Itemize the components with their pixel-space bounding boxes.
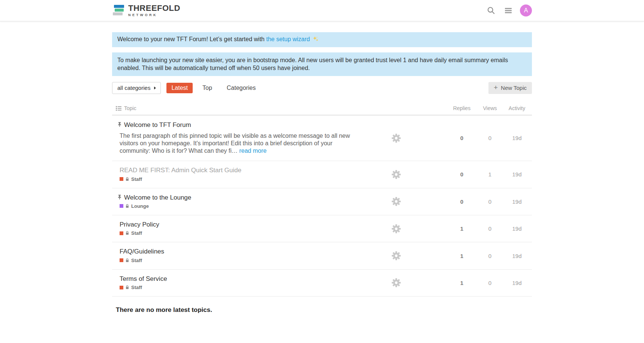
- table-row: Welcome to TFT Forum The first paragraph…: [112, 116, 532, 161]
- welcome-banner: Welcome to your new TFT Forum! Let’s get…: [112, 32, 532, 47]
- category-badge[interactable]: Staff: [120, 258, 376, 263]
- new-topic-label: New Topic: [501, 85, 527, 91]
- column-header-activity[interactable]: Activity: [502, 105, 532, 111]
- category-filter-dropdown[interactable]: all categories: [112, 82, 161, 94]
- gear-icon[interactable]: [380, 196, 412, 207]
- category-badge[interactable]: Lounge: [120, 203, 376, 209]
- threefold-logo-icon: [112, 5, 125, 16]
- setup-wizard-link[interactable]: the setup wizard: [266, 36, 310, 42]
- gear-icon[interactable]: [380, 277, 412, 288]
- topic-title[interactable]: Privacy Policy: [120, 221, 159, 228]
- category-badge[interactable]: Staff: [120, 230, 376, 236]
- list-controls: all categories Latest Top Categories + N…: [112, 82, 532, 94]
- category-name: Staff: [131, 285, 142, 290]
- new-topic-button[interactable]: + New Topic: [488, 82, 532, 94]
- topic-list: Topic Replies Views Activity Welcome to …: [112, 102, 532, 297]
- column-header-views[interactable]: Views: [478, 105, 502, 111]
- lock-icon: [125, 177, 129, 181]
- site-header: THREEFOLD NETWORK A: [0, 0, 644, 21]
- category-name: Staff: [131, 176, 142, 182]
- plus-icon: +: [494, 84, 498, 91]
- hamburger-menu-icon[interactable]: [503, 5, 514, 16]
- user-avatar[interactable]: A: [520, 4, 532, 16]
- category-name: Staff: [131, 230, 142, 236]
- category-badge[interactable]: Staff: [120, 285, 376, 290]
- table-row: Welcome to the Lounge Lounge: [112, 188, 532, 215]
- sparkles-icon: [313, 36, 319, 44]
- gear-icon[interactable]: [380, 169, 412, 180]
- lock-icon: [125, 231, 129, 235]
- list-icon: [116, 106, 121, 111]
- brand-name: THREEFOLD: [128, 4, 180, 12]
- category-filter-label: all categories: [117, 85, 150, 91]
- topic-title[interactable]: Welcome to the Lounge: [124, 194, 191, 201]
- activity-age[interactable]: 19d: [502, 225, 532, 232]
- tab-top[interactable]: Top: [198, 83, 217, 93]
- site-logo[interactable]: THREEFOLD NETWORK: [112, 4, 180, 17]
- search-icon[interactable]: [485, 5, 497, 16]
- tab-latest[interactable]: Latest: [166, 83, 193, 93]
- table-row: Privacy Policy Staff: [112, 215, 532, 242]
- gear-icon[interactable]: [380, 224, 412, 234]
- lock-icon: [125, 204, 129, 208]
- column-header-topic[interactable]: Topic: [124, 105, 136, 111]
- views-count: 0: [478, 225, 502, 232]
- replies-count[interactable]: 1: [446, 280, 478, 286]
- category-badge[interactable]: Staff: [120, 176, 376, 182]
- pin-icon[interactable]: [117, 194, 122, 201]
- category-color-square: [120, 231, 123, 235]
- read-more-link[interactable]: read more: [239, 148, 267, 154]
- pin-icon[interactable]: [117, 122, 122, 128]
- views-count: 0: [478, 135, 502, 141]
- gear-icon[interactable]: [380, 133, 412, 143]
- activity-age[interactable]: 19d: [502, 253, 532, 259]
- topic-title[interactable]: Welcome to TFT Forum: [124, 121, 191, 129]
- category-color-square: [120, 177, 123, 181]
- welcome-banner-text: Welcome to your new TFT Forum! Let’s get…: [117, 36, 265, 42]
- lock-icon: [125, 285, 129, 289]
- no-more-topics-message: There are no more latest topics.: [112, 306, 532, 314]
- column-header-replies[interactable]: Replies: [446, 105, 478, 111]
- gear-icon[interactable]: [380, 251, 412, 261]
- replies-count[interactable]: 1: [446, 253, 478, 259]
- views-count: 1: [478, 171, 502, 177]
- bootstrap-banner-text: To make launching your new site easier, …: [117, 57, 508, 72]
- tab-categories[interactable]: Categories: [222, 83, 261, 93]
- replies-count[interactable]: 1: [446, 225, 478, 232]
- category-color-square: [120, 258, 123, 262]
- topic-title[interactable]: FAQ/Guidelines: [120, 248, 164, 255]
- main-content: Welcome to your new TFT Forum! Let’s get…: [112, 21, 532, 314]
- views-count: 0: [478, 198, 502, 205]
- views-count: 0: [478, 280, 502, 286]
- category-name: Lounge: [131, 203, 149, 209]
- activity-age[interactable]: 19d: [502, 135, 532, 141]
- table-row: Terms of Service Staff: [112, 270, 532, 297]
- table-row: READ ME FIRST: Admin Quick Start Guide S…: [112, 161, 532, 188]
- topic-list-header: Topic Replies Views Activity: [112, 102, 532, 116]
- replies-count[interactable]: 0: [446, 135, 478, 141]
- category-name: Staff: [131, 258, 142, 263]
- category-color-square: [120, 204, 123, 208]
- topic-title[interactable]: READ ME FIRST: Admin Quick Start Guide: [120, 167, 241, 174]
- category-color-square: [120, 286, 123, 289]
- activity-age[interactable]: 19d: [502, 198, 532, 205]
- replies-count[interactable]: 0: [446, 198, 478, 205]
- avatar-letter: A: [524, 7, 528, 14]
- topic-title[interactable]: Terms of Service: [120, 275, 167, 283]
- replies-count[interactable]: 0: [446, 171, 478, 177]
- views-count: 0: [478, 253, 502, 259]
- activity-age[interactable]: 19d: [502, 171, 532, 177]
- caret-right-icon: [154, 86, 156, 89]
- brand-subtitle: NETWORK: [128, 13, 180, 17]
- activity-age[interactable]: 19d: [502, 280, 532, 286]
- bootstrap-mode-banner: To make launching your new site easier, …: [112, 52, 532, 76]
- topic-excerpt: The first paragraph of this pinned topic…: [120, 132, 363, 155]
- table-row: FAQ/Guidelines Staff: [112, 242, 532, 269]
- lock-icon: [125, 258, 129, 262]
